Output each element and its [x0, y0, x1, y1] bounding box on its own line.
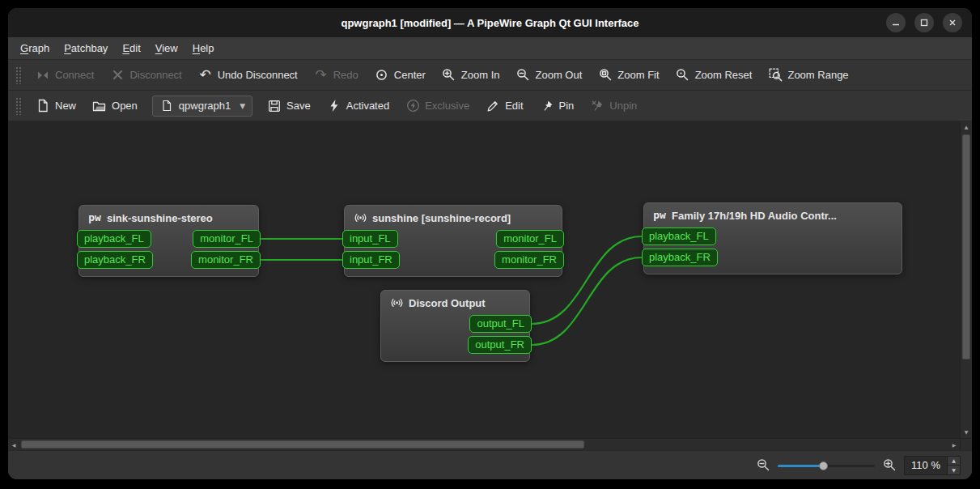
- zoom-slider-handle[interactable]: [819, 461, 828, 470]
- menu-edit[interactable]: Edit: [115, 38, 147, 58]
- scroll-right-button[interactable]: ▶: [948, 439, 960, 450]
- menubar: GraphPatchbayEditViewHelp: [8, 37, 972, 60]
- toolbar-button-exclusive[interactable]: Exclusive: [397, 95, 477, 117]
- toolbar-button-zoom-fit[interactable]: Zoom Fit: [590, 64, 667, 87]
- toolbar-button-save[interactable]: Save: [259, 95, 319, 117]
- node-ports: output_FLoutput_FR: [381, 312, 529, 361]
- toolbar-button-connect[interactable]: Connect: [28, 64, 102, 87]
- toolbar-label: Open: [112, 100, 138, 112]
- toolbar-label: New: [55, 100, 76, 112]
- port-monitor-fl[interactable]: monitor_FL: [193, 230, 261, 248]
- maximize-icon: [920, 15, 928, 30]
- menu-patchbay[interactable]: Patchbay: [57, 38, 115, 58]
- graph-canvas[interactable]: pwsink-sunshine-stereoplayback_FLplaybac…: [8, 121, 960, 438]
- toolbar-button-pin[interactable]: Pin: [532, 95, 583, 117]
- toolbar-label: qpwgraph1: [179, 100, 231, 112]
- toolbar-button-unpin[interactable]: Unpin: [582, 95, 645, 117]
- toolbar-label: Undo Disconnect: [218, 69, 298, 81]
- toolbar-button-zoom-in[interactable]: Zoom In: [434, 64, 508, 87]
- port-monitor-fl[interactable]: monitor_FL: [496, 230, 564, 248]
- activated-icon: [327, 99, 342, 113]
- toolbar-button-undo-disconnect[interactable]: ↶Undo Disconnect: [190, 64, 306, 87]
- scroll-up-button[interactable]: ▲: [961, 121, 972, 133]
- open-folder-icon: [92, 99, 107, 113]
- node-title: sunshine [sunshine-record]: [372, 212, 511, 224]
- vertical-scrollbar[interactable]: ▲ ▼: [960, 121, 972, 438]
- port-playback-fl[interactable]: playback_FL: [77, 230, 151, 248]
- toolbar-button-disconnect[interactable]: Disconnect: [102, 64, 189, 87]
- disconnect-icon: [110, 68, 125, 83]
- spin-up-button[interactable]: ▲: [948, 457, 960, 466]
- maximize-button[interactable]: [914, 13, 934, 32]
- toolbar-label: Exclusive: [425, 100, 469, 112]
- scroll-down-button[interactable]: ▼: [961, 427, 972, 438]
- node-title: Discord Output: [409, 297, 486, 309]
- port-monitor-fr[interactable]: monitor_FR: [494, 251, 564, 269]
- canvas-area: pwsink-sunshine-stereoplayback_FLplaybac…: [8, 121, 972, 438]
- toolbar-button-redo[interactable]: ↷Redo: [306, 64, 367, 87]
- node-discord-output[interactable]: Discord Outputoutput_FLoutput_FR: [380, 290, 530, 362]
- toolbar-button-zoom-reset[interactable]: Zoom Reset: [668, 64, 761, 87]
- patchbay-file-icon: [159, 99, 174, 113]
- node-header[interactable]: sunshine [sunshine-record]: [345, 206, 562, 227]
- toolbar-handle[interactable]: [15, 66, 21, 84]
- file-toolbar-items: NewOpenqpwgraph1▼SaveActivatedExclusiveE…: [28, 95, 645, 117]
- node-title: Family 17h/19h HD Audio Contr...: [672, 210, 837, 222]
- pin-icon: [540, 99, 554, 113]
- undo-icon: ↶: [198, 68, 213, 83]
- port-playback-fr[interactable]: playback_FR: [77, 251, 153, 269]
- node-sink-sunshine-stereo[interactable]: pwsink-sunshine-stereoplayback_FLplaybac…: [78, 205, 259, 277]
- toolbar-label: Zoom Range: [787, 69, 848, 81]
- toolbar-button-new[interactable]: New: [28, 95, 84, 117]
- toolbar-button-edit[interactable]: Edit: [477, 95, 531, 117]
- port-input-fr[interactable]: input_FR: [342, 251, 400, 269]
- stream-icon: [353, 211, 367, 224]
- port-playback-fr[interactable]: playback_FR: [642, 249, 718, 266]
- zoom-spinbox[interactable]: 110 % ▲ ▼: [904, 456, 961, 475]
- toolbar-handle[interactable]: [15, 97, 21, 115]
- chevron-down-icon: ▼: [240, 102, 245, 110]
- toolbar-button-zoom-out[interactable]: Zoom Out: [508, 64, 591, 87]
- vertical-scrollbar-thumb[interactable]: [962, 134, 970, 359]
- zoom-slider[interactable]: [778, 459, 875, 472]
- node-ports: playback_FLplayback_FR: [644, 224, 902, 274]
- spin-arrows: ▲ ▼: [947, 457, 960, 474]
- horizontal-scrollbar[interactable]: ◀ ▶: [8, 439, 960, 450]
- toolbar-button-zoom-range[interactable]: Zoom Range: [760, 64, 856, 87]
- node-ports: playback_FLplayback_FRmonitor_FLmonitor_…: [79, 227, 258, 276]
- node-sunshine-sunshine-record[interactable]: sunshine [sunshine-record]input_FLinput_…: [344, 205, 562, 277]
- zoom-slider-fill: [778, 465, 823, 467]
- horizontal-scrollbar-thumb[interactable]: [21, 440, 584, 449]
- toolbar-label: Connect: [55, 69, 94, 81]
- main-toolbar-items: ConnectDisconnect↶Undo Disconnect↷RedoCe…: [28, 64, 857, 87]
- toolbar-button-open[interactable]: Open: [84, 95, 146, 117]
- port-playback-fl[interactable]: playback_FL: [642, 227, 716, 245]
- wires-svg: [8, 121, 960, 438]
- minimize-button[interactable]: [886, 13, 906, 32]
- node-family-17h-19h-hd-audio-contr[interactable]: pwFamily 17h/19h HD Audio Contr...playba…: [643, 202, 902, 274]
- scroll-left-button[interactable]: ◀: [8, 439, 19, 450]
- toolbar-button-activated[interactable]: Activated: [319, 95, 397, 117]
- spin-down-button[interactable]: ▼: [948, 465, 960, 474]
- port-monitor-fr[interactable]: monitor_FR: [191, 251, 261, 269]
- menu-help[interactable]: Help: [185, 38, 222, 58]
- titlebar[interactable]: qpwgraph1 [modified] — A PipeWire Graph …: [8, 8, 972, 37]
- toolbar-button-center[interactable]: Center: [367, 64, 434, 87]
- menu-view[interactable]: View: [148, 38, 185, 58]
- zoom-in-button[interactable]: [882, 458, 897, 473]
- port-input-fl[interactable]: input_FL: [342, 230, 398, 248]
- zoom-out-button[interactable]: [756, 458, 770, 473]
- node-header[interactable]: Discord Output: [381, 291, 529, 312]
- port-output-fr[interactable]: output_FR: [468, 336, 532, 354]
- window-title: qpwgraph1 [modified] — A PipeWire Graph …: [8, 17, 972, 29]
- node-title: sink-sunshine-stereo: [107, 212, 213, 224]
- stream-icon: [389, 296, 404, 309]
- toolbar-label: Pin: [559, 100, 575, 112]
- node-header[interactable]: pwsink-sunshine-stereo: [79, 206, 258, 227]
- menu-graph[interactable]: Graph: [13, 38, 57, 58]
- port-output-fl[interactable]: output_FL: [469, 315, 532, 333]
- close-button[interactable]: [943, 13, 962, 32]
- node-header[interactable]: pwFamily 17h/19h HD Audio Contr...: [644, 203, 902, 224]
- toolbar-label: Edit: [505, 100, 523, 112]
- combo-qpwgraph1[interactable]: qpwgraph1▼: [152, 96, 252, 117]
